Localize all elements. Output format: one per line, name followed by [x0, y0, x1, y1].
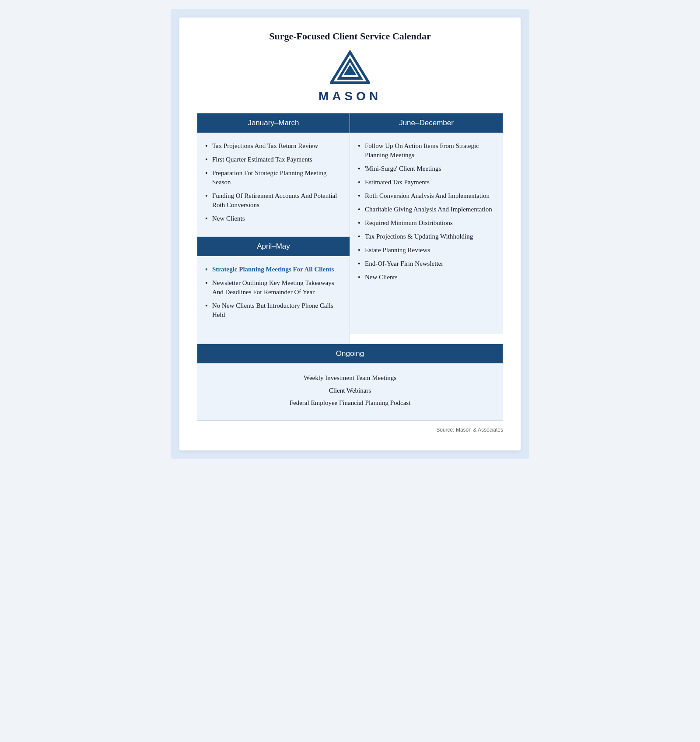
january-march-header: January–March	[197, 113, 350, 133]
june-december-list: Follow Up On Action Items From Strategic…	[357, 141, 494, 282]
list-item: Required Minimum Distributions	[357, 218, 494, 228]
ongoing-item-2: Client Webinars	[206, 386, 494, 396]
logo-area: MASON	[197, 50, 503, 103]
list-item: Preparation For Strategic Planning Meeti…	[204, 169, 341, 187]
ongoing-section: Ongoing Weekly Investment Team Meetings …	[197, 344, 503, 420]
january-march-content: Tax Projections And Tax Return Review Fi…	[197, 133, 350, 236]
ongoing-content: Weekly Investment Team Meetings Client W…	[197, 363, 503, 420]
list-item: First Quarter Estimated Tax Payments	[204, 155, 341, 164]
outer-wrapper: Surge-Focused Client Service Calendar MA…	[171, 9, 529, 459]
list-item: Roth Conversion Analysis And Implementat…	[357, 191, 494, 200]
list-item: Estimated Tax Payments	[357, 178, 494, 187]
list-item-highlight: Strategic Planning Meetings For All Clie…	[204, 265, 341, 274]
ongoing-item-3: Federal Employee Financial Planning Podc…	[206, 398, 494, 408]
april-may-list: Strategic Planning Meetings For All Clie…	[204, 265, 341, 320]
logo-text: MASON	[197, 89, 503, 103]
list-item: No New Clients But Introductory Phone Ca…	[204, 301, 341, 320]
list-item: Funding Of Retirement Accounts And Poten…	[204, 191, 341, 210]
list-item: New Clients	[204, 214, 341, 223]
january-march-list: Tax Projections And Tax Return Review Fi…	[204, 141, 341, 223]
list-item: New Clients	[357, 273, 494, 282]
page-container: Surge-Focused Client Service Calendar MA…	[179, 18, 521, 450]
june-december-content: Follow Up On Action Items From Strategic…	[350, 133, 503, 334]
june-december-header: June–December	[350, 113, 503, 133]
list-item: End-Of-Year Firm Newsletter	[357, 259, 494, 268]
ongoing-item-1: Weekly Investment Team Meetings	[206, 373, 494, 383]
list-item: Tax Projections & Updating Withholding	[357, 232, 494, 241]
list-item: Follow Up On Action Items From Strategic…	[357, 141, 494, 160]
list-item: Tax Projections And Tax Return Review	[204, 141, 341, 151]
logo-triangle-icon	[330, 50, 370, 87]
page-title: Surge-Focused Client Service Calendar	[197, 31, 503, 42]
source-text: Source: Mason & Associates	[197, 427, 503, 433]
left-column: January–March Tax Projections And Tax Re…	[197, 113, 350, 344]
list-item: Newsletter Outlining Key Meeting Takeawa…	[204, 278, 341, 297]
january-march-section: January–March Tax Projections And Tax Re…	[197, 113, 350, 237]
april-may-section: April–May Strategic Planning Meetings Fo…	[197, 237, 350, 344]
list-item: Charitable Giving Analysis And Implement…	[357, 205, 494, 214]
right-column: June–December Follow Up On Action Items …	[350, 113, 503, 344]
april-may-content: Strategic Planning Meetings For All Clie…	[197, 256, 350, 344]
main-content-area: January–March Tax Projections And Tax Re…	[197, 113, 503, 421]
ongoing-header: Ongoing	[197, 344, 503, 363]
april-may-header: April–May	[197, 237, 350, 256]
list-item: 'Mini-Surge' Client Meetings	[357, 164, 494, 173]
list-item: Estate Planning Reviews	[357, 246, 494, 255]
main-grid: January–March Tax Projections And Tax Re…	[197, 113, 503, 344]
